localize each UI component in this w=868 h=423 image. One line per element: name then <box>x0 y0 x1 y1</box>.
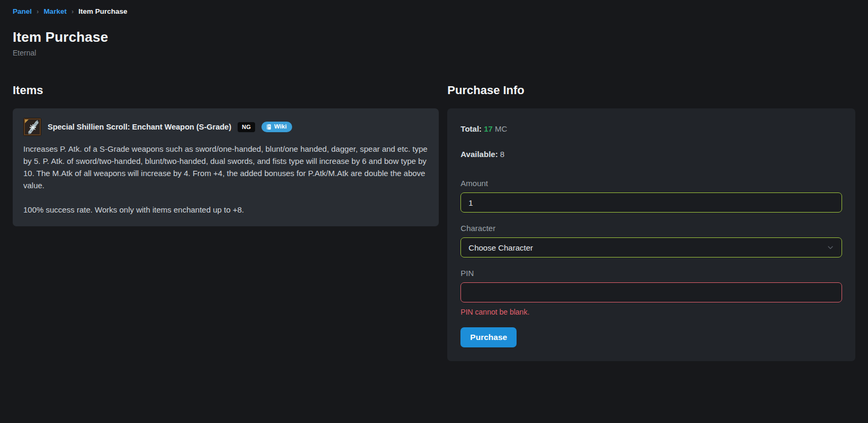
chevron-down-icon <box>827 244 834 251</box>
item-description: Increases P. Atk. of a S-Grade weapons s… <box>23 143 428 191</box>
item-success-note: 100% success rate. Works only with items… <box>23 204 428 216</box>
wiki-badge-label: Wiki <box>274 124 287 130</box>
items-heading: Items <box>13 84 439 97</box>
page-title: Item Purchase <box>13 29 855 45</box>
breadcrumb-separator-icon: › <box>37 7 39 15</box>
purchase-button[interactable]: Purchase <box>460 327 517 347</box>
purchase-heading: Purchase Info <box>447 84 855 97</box>
breadcrumb-link-panel[interactable]: Panel <box>13 7 32 15</box>
breadcrumb-current-page: Item Purchase <box>78 7 127 15</box>
amount-input[interactable] <box>460 192 842 213</box>
page-subtitle: Eternal <box>13 49 855 57</box>
book-icon <box>266 124 272 130</box>
total-label: Total: <box>460 124 482 133</box>
total-value: 17 <box>484 124 493 133</box>
item-name: Special Shillien Scroll: Enchant Weapon … <box>48 123 231 131</box>
breadcrumb-link-market[interactable]: Market <box>43 7 67 15</box>
item-card: Special Shillien Scroll: Enchant Weapon … <box>13 108 439 226</box>
pin-label: PIN <box>460 269 842 278</box>
breadcrumb: Panel › Market › Item Purchase <box>13 7 855 15</box>
content-columns: Items <box>13 84 855 361</box>
item-header: Special Shillien Scroll: Enchant Weapon … <box>23 118 428 136</box>
items-section: Items <box>13 84 439 361</box>
breadcrumb-separator-icon: › <box>71 7 74 15</box>
total-row: Total: 17 MC <box>460 124 842 134</box>
purchase-card: Total: 17 MC Available: 8 Amount Charact… <box>447 108 855 361</box>
total-currency: MC <box>495 124 507 133</box>
character-select[interactable]: Choose Character <box>460 237 842 258</box>
enchant-scroll-icon <box>23 118 41 136</box>
pin-input[interactable] <box>460 282 842 302</box>
character-select-value: Choose Character <box>468 243 533 252</box>
character-label: Character <box>460 224 842 233</box>
available-label: Available: <box>460 150 498 159</box>
purchase-section: Purchase Info Total: 17 MC Available: 8 … <box>447 84 855 361</box>
available-row: Available: 8 <box>460 150 842 159</box>
wiki-badge-button[interactable]: Wiki <box>261 122 292 132</box>
pin-error-message: PIN cannot be blank. <box>460 308 842 316</box>
page: Panel › Market › Item Purchase Item Purc… <box>0 0 868 361</box>
available-value: 8 <box>500 150 504 159</box>
amount-label: Amount <box>460 179 842 188</box>
grade-badge: NG <box>238 122 255 132</box>
